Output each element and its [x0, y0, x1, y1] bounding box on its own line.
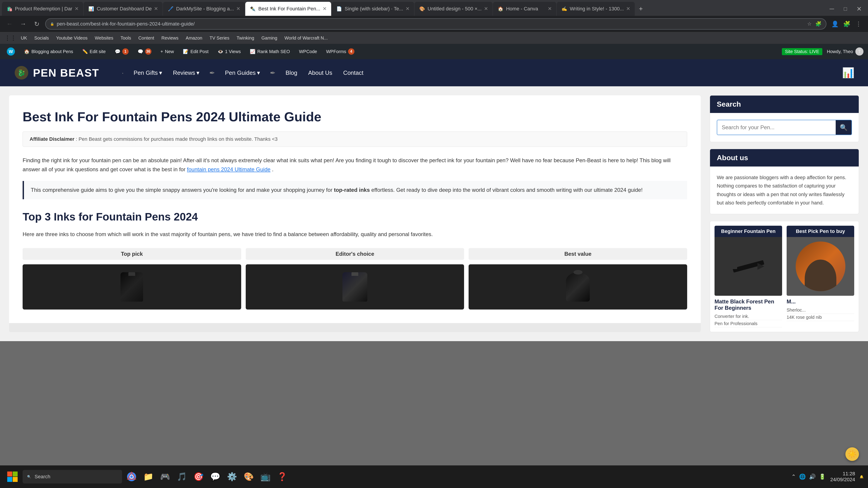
- bookmark-item[interactable]: Gaming: [258, 35, 281, 41]
- nav-pen-gifts[interactable]: Pen Gifts ▾: [133, 68, 163, 78]
- taskbar-icon-4[interactable]: 🎵: [175, 469, 189, 484]
- taskbar-icon-3[interactable]: 🎮: [158, 469, 172, 484]
- profile-button[interactable]: 👤: [830, 19, 840, 29]
- product-name-1: Matte Black Forest Pen For Beginners Con…: [715, 296, 782, 327]
- forward-button[interactable]: →: [18, 19, 28, 29]
- notification-icon[interactable]: 🔔: [860, 475, 864, 479]
- nav-pen-guides[interactable]: Pen Guides ▾: [224, 68, 261, 78]
- wp-logo-item[interactable]: W: [4, 46, 17, 57]
- wp-edit-post[interactable]: 📝 Edit Post: [181, 48, 211, 55]
- tab-title: DarkMySite - Blogging a...: [176, 6, 234, 12]
- site-status-badge: Site Status: LIVE: [782, 48, 822, 55]
- bookmark-item[interactable]: Reviews: [158, 35, 182, 41]
- back-button[interactable]: ←: [4, 19, 14, 29]
- tab-close-button[interactable]: ✕: [154, 6, 158, 12]
- tab-title: Customer Dashboard De: [97, 6, 152, 12]
- nav-reviews[interactable]: Reviews ▾: [172, 68, 200, 78]
- chevron-up-icon[interactable]: ⌃: [792, 474, 796, 480]
- wp-wpcode[interactable]: WPCode: [297, 48, 319, 55]
- browser-tab-tab-7[interactable]: 🏠 Home - Canva ✕: [493, 2, 556, 16]
- extensions-icon[interactable]: 🧩: [815, 21, 822, 27]
- taskbar-chrome-icon[interactable]: [124, 469, 139, 484]
- browser-tab-tab-2[interactable]: 📊 Customer Dashboard De ✕: [84, 2, 162, 16]
- nav-contact[interactable]: Contact: [342, 68, 364, 78]
- taskbar-icon-5[interactable]: 🎯: [191, 469, 206, 484]
- browser-tab-tab-3[interactable]: 🖊️ DarkMySite - Blogging a... ✕: [163, 2, 245, 16]
- views-icon: 👁️: [218, 49, 223, 54]
- wp-edit-site[interactable]: ✏️ Edit site: [80, 48, 108, 55]
- wp-site-name[interactable]: 🏠 Blogging about Pens: [22, 48, 75, 55]
- nav-blog[interactable]: Blog: [285, 68, 298, 78]
- taskbar-search-box[interactable]: 🔍 Search: [23, 470, 122, 484]
- bookmark-item[interactable]: Twinking: [234, 35, 257, 41]
- label-best-value: Best value: [469, 248, 687, 260]
- tab-close-button[interactable]: ✕: [405, 6, 410, 12]
- tab-title: Untitled design - 500 ×...: [428, 6, 482, 12]
- taskbar-icon-8[interactable]: 🎨: [241, 469, 256, 484]
- battery-icon[interactable]: 🔋: [819, 474, 826, 480]
- about-us-widget: About us We are passionate bloggers with…: [710, 149, 859, 214]
- bookmark-item[interactable]: UK: [18, 35, 30, 41]
- tab-title: Single (with sidebar) · Te...: [345, 6, 403, 12]
- wp-views[interactable]: 👁️ 1 Views: [215, 48, 243, 55]
- browser-tab-tab-8[interactable]: ✍️ Writing in Style! - 1300... ✕: [557, 2, 635, 16]
- taskbar-icon-10[interactable]: ❓: [275, 469, 289, 484]
- tab-close-button[interactable]: ✕: [626, 6, 630, 12]
- search-button[interactable]: 🔍: [836, 120, 851, 135]
- tab-close-button[interactable]: ✕: [74, 6, 79, 12]
- tab-favicon: 🎨: [419, 6, 426, 12]
- nav-about-us[interactable]: About Us: [307, 68, 333, 78]
- wp-comments[interactable]: 💬 1: [113, 47, 131, 56]
- wp-rank-math[interactable]: 📈 Rank Math SEO: [248, 48, 292, 55]
- taskbar-file-explorer-icon[interactable]: 📁: [141, 469, 156, 484]
- browser-tab-tab-5[interactable]: 📄 Single (with sidebar) · Te... ✕: [332, 2, 414, 16]
- wp-new[interactable]: + New: [158, 48, 176, 55]
- tab-close-button[interactable]: ✕: [484, 6, 488, 12]
- reload-button[interactable]: ↻: [32, 19, 41, 29]
- tab-title: Home - Canva: [506, 6, 546, 12]
- product-img-1[interactable]: [715, 237, 782, 296]
- bookmark-item[interactable]: Tools: [117, 35, 134, 41]
- product-img-2[interactable]: [786, 237, 854, 296]
- browser-tab-tab-6[interactable]: 🎨 Untitled design - 500 ×... ✕: [414, 2, 493, 16]
- bookmark-item[interactable]: Content: [135, 35, 157, 41]
- taskbar-icon-6[interactable]: 💬: [208, 469, 222, 484]
- bookmark-item[interactable]: TV Series: [206, 35, 232, 41]
- tab-close-button[interactable]: ✕: [236, 6, 240, 12]
- extensions-button[interactable]: 🧩: [842, 19, 852, 29]
- bookmark-item[interactable]: Websites: [92, 35, 116, 41]
- wp-comments-36[interactable]: 🗨️ 36: [135, 47, 154, 56]
- theme-toggle-button[interactable]: ☀️: [845, 447, 859, 461]
- browser-actions: 👤 🧩 ⋮: [830, 19, 864, 29]
- menu-button[interactable]: ⋮: [854, 19, 864, 29]
- address-bar[interactable]: 🔒 pen-beast.com/best-ink-for-fountain-pe…: [45, 18, 827, 30]
- bookmark-apps-icon[interactable]: ⋮⋮: [4, 35, 16, 41]
- taskbar-icon-9[interactable]: 📺: [258, 469, 273, 484]
- about-us-header: About us: [710, 149, 859, 166]
- maximize-button[interactable]: □: [839, 2, 852, 15]
- browser-tab-tab-1[interactable]: 🛍️ Product Redemption | Dar ✕: [2, 2, 83, 16]
- wp-wpforms[interactable]: WPForms 4: [324, 47, 357, 56]
- bookmark-item[interactable]: Amazon: [183, 35, 206, 41]
- start-button[interactable]: [4, 469, 20, 485]
- bookmark-star-icon[interactable]: ☆: [807, 21, 812, 27]
- close-button[interactable]: ✕: [852, 2, 866, 15]
- sound-icon[interactable]: 🔊: [809, 474, 816, 480]
- tab-close-button[interactable]: ✕: [322, 6, 327, 12]
- taskbar-clock[interactable]: 11:28 24/09/2024: [830, 471, 855, 483]
- bookmark-item[interactable]: World of Warcraft N...: [281, 35, 331, 41]
- search-input[interactable]: [717, 121, 836, 134]
- site-logo[interactable]: 🐉 PEN BEAST: [13, 65, 99, 80]
- article-link[interactable]: fountain pens 2024 Ultimate Guide: [187, 166, 271, 172]
- article-title: Best Ink For Fountain Pens 2024 Ultimate…: [23, 109, 687, 125]
- user-avatar[interactable]: T: [855, 47, 864, 56]
- bookmark-item[interactable]: Socials: [31, 35, 52, 41]
- taskbar-icon-7[interactable]: ⚙️: [225, 469, 239, 484]
- browser-tab-tab-4[interactable]: ✒️ Best Ink For Fountain Pen... ✕: [245, 2, 331, 16]
- new-tab-button[interactable]: +: [635, 2, 647, 16]
- network-icon[interactable]: 🌐: [799, 474, 806, 480]
- bookmark-item[interactable]: Youtube Videos: [53, 35, 91, 41]
- blockquote: This comprehensive guide aims to give yo…: [23, 181, 687, 199]
- minimize-button[interactable]: ─: [825, 2, 839, 15]
- tab-close-button[interactable]: ✕: [548, 6, 552, 12]
